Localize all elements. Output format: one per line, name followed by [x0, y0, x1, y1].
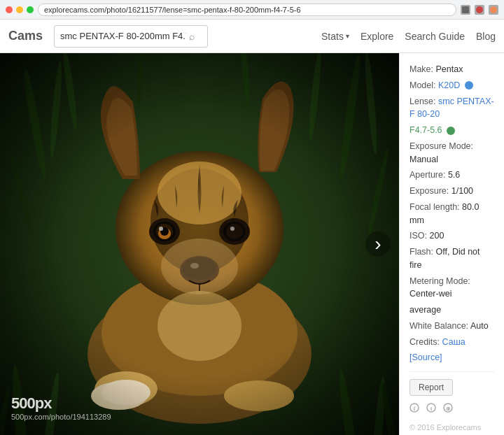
menu-icon[interactable] [489, 5, 498, 15]
white-balance-row: White Balance: Auto [410, 320, 494, 333]
main-content: 500px 500px.com/photo/194113289 › Make: … [0, 53, 504, 435]
svg-text:t: t [430, 406, 433, 412]
svg-rect-46 [0, 53, 399, 435]
watermark: 500px 500px.com/photo/194113289 [11, 394, 111, 421]
aperture-value: 5.6 [448, 170, 460, 180]
watermark-url: 500px.com/photo/194113289 [11, 413, 111, 421]
model-value[interactable]: K20D [438, 80, 460, 90]
url-text: explorecams.com/photo/16211577/lense=smc… [44, 6, 301, 14]
source-row: [Source] [410, 351, 494, 364]
make-row: Make: Pentax [410, 63, 494, 76]
search-guide-label: Search Guide [405, 31, 465, 42]
exposure-mode-value: Manual [410, 155, 438, 164]
watermark-logo: 500px [11, 394, 111, 413]
photo-area: 500px 500px.com/photo/194113289 › [0, 53, 399, 435]
browser-bar: explorecams.com/photo/16211577/lense=smc… [0, 0, 504, 20]
lense-row: Lense: smc PENTAX-F 80-20 [410, 95, 494, 122]
metering-mode-row2: average [410, 304, 494, 317]
model-info-icon [465, 81, 473, 90]
divider [410, 371, 494, 372]
aperture-row: Aperture: 5.6 [410, 169, 494, 182]
browser-controls [6, 6, 34, 13]
exposure-label: Exposure: [410, 186, 449, 196]
search-box[interactable]: ⌕ [54, 25, 208, 48]
focal-length-label: Focal length: [410, 202, 460, 212]
browser-icons [461, 5, 498, 15]
photo-svg [0, 53, 399, 435]
svg-point-2 [490, 6, 497, 13]
metering-mode-row: Metering Mode: Center-wei [410, 275, 494, 301]
site-logo[interactable]: Cams [8, 29, 43, 43]
make-value: Pentax [436, 64, 463, 74]
maximize-dot[interactable] [27, 6, 34, 13]
focal-length-row: Focal length: 80.0 mm [410, 201, 494, 227]
close-dot[interactable] [6, 6, 13, 13]
lense-value2[interactable]: F4.7-5.6 [410, 125, 442, 135]
lense-info-icon [447, 127, 455, 135]
white-balance-value: Auto [470, 321, 489, 331]
facebook-icon[interactable]: f [410, 403, 419, 415]
model-label: Model: [410, 80, 436, 90]
search-guide-nav-item[interactable]: Search Guide [405, 31, 465, 42]
report-button[interactable]: Report [410, 379, 453, 396]
svg-text:⊕: ⊕ [446, 406, 451, 412]
credits-label: Credits: [410, 337, 440, 347]
profile-icon[interactable] [475, 5, 484, 15]
search-input[interactable] [60, 31, 186, 41]
source-link[interactable]: [Source] [410, 352, 442, 362]
credits-row: Credits: Саша [410, 336, 494, 349]
credits-value[interactable]: Саша [442, 337, 465, 347]
photo-canvas: 500px 500px.com/photo/194113289 › [0, 53, 399, 435]
white-balance-label: White Balance: [410, 321, 468, 331]
svg-rect-0 [462, 6, 469, 13]
iso-label: ISO: [410, 231, 427, 241]
flash-label: Flash: [410, 247, 433, 257]
lense-row2: F4.7-5.6 [410, 124, 494, 137]
pinterest-icon[interactable]: ⊕ [443, 403, 453, 415]
twitter-icon[interactable]: t [426, 403, 436, 415]
copyright-text: © 2016 Explorecams [410, 423, 494, 432]
flash-row: Flash: Off, Did not fire [410, 245, 494, 272]
search-icon[interactable]: ⌕ [189, 31, 195, 42]
minimize-dot[interactable] [16, 6, 23, 13]
make-label: Make: [410, 64, 433, 74]
explore-label: Explore [360, 31, 393, 42]
exposure-row: Exposure: 1/100 [410, 185, 494, 198]
iso-row: ISO: 200 [410, 229, 494, 243]
metering-mode-value2: average [410, 305, 441, 315]
metering-mode-value: Center-wei [410, 289, 451, 299]
explore-nav-item[interactable]: Explore [360, 31, 393, 42]
blog-nav-item[interactable]: Blog [476, 31, 496, 42]
exposure-value: 1/100 [451, 186, 473, 196]
iso-value: 200 [430, 231, 444, 241]
url-bar[interactable]: explorecams.com/photo/16211577/lense=smc… [38, 3, 456, 16]
extension-icon[interactable] [461, 5, 470, 15]
svg-text:f: f [414, 405, 416, 412]
aperture-label: Aperture: [410, 170, 445, 180]
stats-label: Stats [321, 31, 344, 42]
blog-label: Blog [476, 31, 496, 42]
exposure-mode-label: Exposure Mode: [410, 141, 473, 151]
stats-nav-item[interactable]: Stats ▾ [321, 31, 349, 42]
metering-mode-label: Metering Mode: [410, 276, 470, 286]
info-sidebar: Make: Pentax Model: K20D Lense: smc PENT… [399, 53, 504, 435]
exposure-mode-row: Exposure Mode: Manual [410, 140, 494, 166]
svg-point-1 [476, 6, 483, 13]
lense-label: Lense: [410, 97, 436, 106]
stats-arrow-icon: ▾ [346, 32, 349, 40]
next-photo-button[interactable]: › [365, 231, 391, 257]
model-row: Model: K20D [410, 79, 494, 92]
social-icons: f t ⊕ [410, 403, 494, 415]
navbar: Cams ⌕ Stats ▾ Explore Search Guide Blog [0, 20, 504, 53]
